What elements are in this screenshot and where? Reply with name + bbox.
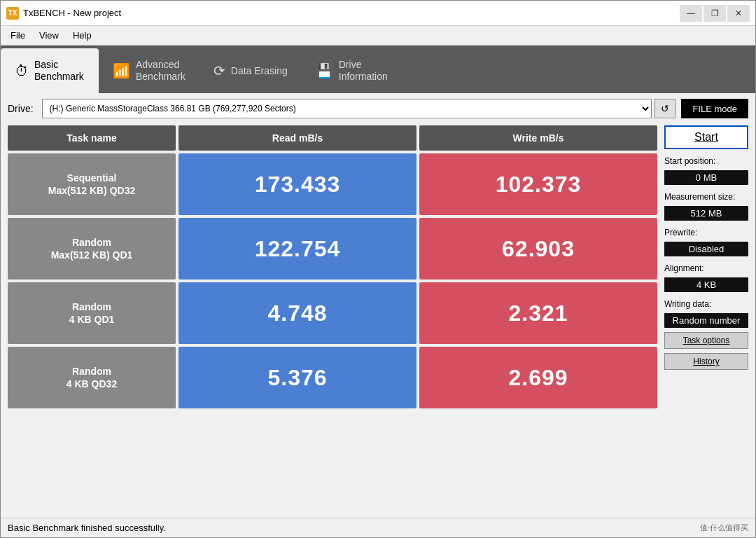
tab-drive-label: DriveInformation <box>339 59 388 83</box>
menu-help[interactable]: Help <box>66 29 99 42</box>
refresh-button[interactable]: ↺ <box>654 99 676 118</box>
write-value-1: 62.903 <box>419 218 657 280</box>
measurement-size-label: Measurement size: <box>664 192 748 202</box>
tab-erasing-label: Data Erasing <box>231 65 288 77</box>
drive-info-icon: 💾 <box>316 62 333 79</box>
writing-data-label: Writing data: <box>664 299 748 309</box>
drive-selector-wrapper: (H:) Generic MassStorageClass 366.81 GB … <box>42 99 676 118</box>
prewrite-label: Prewrite: <box>664 228 748 237</box>
task-name-2: Random4 KB QD1 <box>8 282 176 344</box>
tab-data-erasing[interactable]: ⟳ Data Erasing <box>200 48 302 93</box>
measurement-size-value: 512 MB <box>664 206 748 221</box>
write-value-2: 2.321 <box>419 282 657 344</box>
main-content: Drive: (H:) Generic MassStorageClass 366… <box>1 93 755 518</box>
history-button[interactable]: History <box>664 353 748 370</box>
alignment-label: Alignment: <box>664 263 748 273</box>
tab-basic-benchmark[interactable]: ⏱ BasicBenchmark <box>1 48 99 93</box>
start-position-label: Start position: <box>664 156 748 166</box>
table-row: Random4 KB QD32 5.376 2.699 <box>8 347 657 408</box>
drive-row: Drive: (H:) Generic MassStorageClass 366… <box>8 99 748 118</box>
prewrite-value: Disabled <box>664 242 748 256</box>
start-button[interactable]: Start <box>664 125 748 149</box>
read-value-0: 173.433 <box>178 153 416 215</box>
window-title: TxBENCH - New project <box>23 8 680 18</box>
task-name-1: RandomMax(512 KB) QD1 <box>8 218 176 280</box>
minimize-button[interactable]: — <box>680 5 702 22</box>
task-options-button[interactable]: Task options <box>664 332 748 349</box>
table-row: SequentialMax(512 KB) QD32 173.433 102.3… <box>8 153 657 215</box>
status-text: Basic Benchmark finished successfully. <box>8 523 166 533</box>
header-task: Task name <box>8 125 176 151</box>
basic-benchmark-icon: ⏱ <box>15 63 29 79</box>
alignment-value: 4 KB <box>664 277 748 292</box>
writing-data-value: Random number <box>664 313 748 328</box>
tab-advanced-benchmark[interactable]: 📶 AdvancedBenchmark <box>99 48 200 93</box>
benchmark-table: Task name Read mB/s Write mB/s Sequentia… <box>8 125 657 512</box>
menu-file[interactable]: File <box>4 29 32 42</box>
tab-basic-label: BasicBenchmark <box>34 59 84 83</box>
tab-bar: ⏱ BasicBenchmark 📶 AdvancedBenchmark ⟳ D… <box>1 46 755 93</box>
table-row: Random4 KB QD1 4.748 2.321 <box>8 282 657 344</box>
file-mode-button[interactable]: FILE mode <box>681 99 748 118</box>
status-bar: Basic Benchmark finished successfully. 值… <box>1 518 755 537</box>
header-write: Write mB/s <box>419 125 657 151</box>
table-header: Task name Read mB/s Write mB/s <box>8 125 657 151</box>
right-panel: Start Start position: 0 MB Measurement s… <box>664 125 748 512</box>
drive-select[interactable]: (H:) Generic MassStorageClass 366.81 GB … <box>42 99 652 118</box>
read-value-3: 5.376 <box>178 347 416 408</box>
drive-label: Drive: <box>8 103 34 114</box>
write-value-0: 102.373 <box>419 153 657 215</box>
restore-button[interactable]: ❐ <box>704 5 726 22</box>
data-erasing-icon: ⟳ <box>214 62 225 79</box>
watermark: 值·什么值得买 <box>700 523 748 533</box>
window-controls: — ❐ ✕ <box>680 5 750 22</box>
tab-advanced-label: AdvancedBenchmark <box>136 59 186 83</box>
read-value-2: 4.748 <box>178 282 416 344</box>
close-button[interactable]: ✕ <box>727 5 750 22</box>
menu-view[interactable]: View <box>32 29 66 42</box>
title-bar: TX TxBENCH - New project — ❐ ✕ <box>1 1 755 26</box>
task-name-3: Random4 KB QD32 <box>8 347 176 408</box>
tab-drive-information[interactable]: 💾 DriveInformation <box>302 48 402 93</box>
write-value-3: 2.699 <box>419 347 657 408</box>
bench-area: Task name Read mB/s Write mB/s Sequentia… <box>8 125 748 512</box>
read-value-1: 122.754 <box>178 218 416 280</box>
main-window: TX TxBENCH - New project — ❐ ✕ File View… <box>0 0 756 538</box>
table-row: RandomMax(512 KB) QD1 122.754 62.903 <box>8 218 657 280</box>
advanced-benchmark-icon: 📶 <box>113 62 130 79</box>
header-read: Read mB/s <box>178 125 416 151</box>
start-position-value: 0 MB <box>664 170 748 185</box>
app-icon: TX <box>6 7 19 20</box>
menu-bar: File View Help <box>1 26 755 46</box>
refresh-icon: ↺ <box>661 103 669 114</box>
task-name-0: SequentialMax(512 KB) QD32 <box>8 153 176 215</box>
